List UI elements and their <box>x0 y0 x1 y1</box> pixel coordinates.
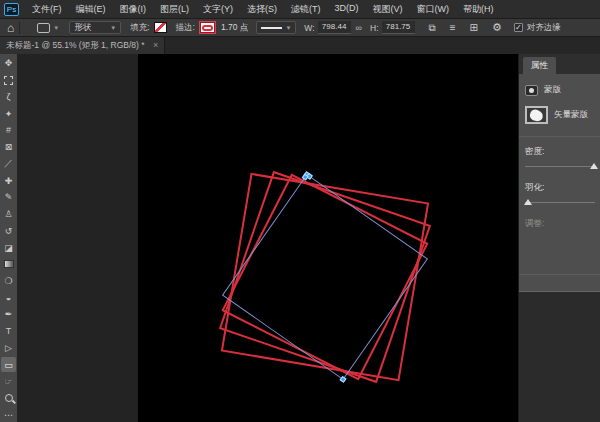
tool-eyedropper[interactable]: ／ <box>1 157 16 172</box>
close-icon[interactable]: × <box>153 40 158 50</box>
tool-clone-stamp[interactable]: ♙ <box>1 207 16 222</box>
tool-rectangle[interactable]: ▭ <box>1 357 16 372</box>
tool-zoom[interactable] <box>1 391 16 406</box>
stroke-swatch[interactable] <box>199 21 216 34</box>
properties-panel: 属性 蒙版 矢量蒙版 密度: 羽化: 调整: <box>518 54 600 422</box>
height-field[interactable]: 781.75 <box>382 21 415 34</box>
stroke-width-value[interactable]: 1.70 点 <box>221 22 248 34</box>
chevron-down-icon: ▼ <box>110 25 116 31</box>
vector-mask-thumbnail[interactable] <box>525 106 548 124</box>
align-edges-label: 对齐边缘 <box>527 22 561 34</box>
menu-item[interactable]: 图层(L) <box>153 3 196 16</box>
stroke-style-select[interactable]: ▼ <box>256 21 296 34</box>
fill-swatch[interactable] <box>154 22 167 33</box>
stroke-color-pill <box>202 25 213 31</box>
width-field[interactable]: 798.44 <box>318 21 351 34</box>
rectangle-tool-icon <box>37 23 50 33</box>
feather-label: 羽化: <box>525 182 544 194</box>
path-operations-icon[interactable]: ⧉ <box>429 22 436 34</box>
refine-label: 调整: <box>525 218 544 230</box>
properties-panel-body: 蒙版 矢量蒙版 密度: 羽化: 调整: <box>519 74 600 292</box>
zoom-icon <box>5 394 13 402</box>
menu-item[interactable]: 3D(D) <box>328 3 366 16</box>
menu-item[interactable]: 视图(V) <box>366 3 410 16</box>
mask-icon <box>525 85 538 96</box>
menu-item[interactable]: 文字(Y) <box>196 3 240 16</box>
menu-items: 文件(F)编辑(E)图像(I)图层(L)文字(Y)选择(S)滤镜(T)3D(D)… <box>25 3 501 16</box>
document-canvas[interactable] <box>138 54 518 422</box>
tool-mode-value: 形状 <box>74 22 91 34</box>
panel-tab-row: 属性 <box>519 54 600 74</box>
mask-shape-preview <box>529 108 545 122</box>
tool-path-select[interactable]: ▷ <box>1 341 16 356</box>
tool-healing[interactable]: ✚ <box>1 173 16 188</box>
menu-item[interactable]: 图像(I) <box>113 3 154 16</box>
align-edges-checkbox[interactable]: ✓ <box>514 23 523 32</box>
tool-blur[interactable]: ❍ <box>1 274 16 289</box>
tool-gradient[interactable] <box>1 257 16 272</box>
home-icon[interactable]: ⌂ <box>7 21 14 35</box>
tool-type[interactable]: T <box>1 324 16 339</box>
tool-marquee[interactable] <box>1 73 16 88</box>
tool-brush[interactable]: ✎ <box>1 190 16 205</box>
gradient-icon <box>4 260 14 268</box>
chevron-down-icon: ▼ <box>285 25 291 31</box>
density-label: 密度: <box>525 146 544 158</box>
solid-line-icon <box>261 27 282 29</box>
tool-more[interactable]: ⋯ <box>1 408 16 422</box>
menu-item[interactable]: 窗口(W) <box>410 3 457 16</box>
vector-mask-row[interactable]: 矢量蒙版 <box>525 106 588 124</box>
fill-label: 填充: <box>130 22 149 34</box>
tab-properties[interactable]: 属性 <box>523 57 556 74</box>
divider <box>519 274 600 275</box>
tool-eraser[interactable]: ◪ <box>1 240 16 255</box>
tool-quick-select[interactable]: ✦ <box>1 106 16 121</box>
menu-item[interactable]: 选择(S) <box>240 3 284 16</box>
document-tab-strip: 未标题-1 @ 55.1% (矩形 1, RGB/8) * × <box>0 37 600 54</box>
tools-panel: ✥ζ✦#⊠／✚✎♙↺◪❍◒✒T▷▭☞⋯ <box>0 54 17 422</box>
document-tab[interactable]: 未标题-1 @ 55.1% (矩形 1, RGB/8) * × <box>0 37 165 54</box>
menu-bar: Ps 文件(F)编辑(E)图像(I)图层(L)文字(Y)选择(S)滤镜(T)3D… <box>0 0 600 19</box>
menu-item[interactable]: 帮助(H) <box>456 3 501 16</box>
marquee-icon <box>4 76 13 85</box>
divider <box>19 22 20 34</box>
menu-item[interactable]: 滤镜(T) <box>284 3 328 16</box>
mask-header-row: 蒙版 <box>525 84 561 96</box>
tool-crop[interactable]: # <box>1 123 16 138</box>
tool-hand[interactable]: ☞ <box>1 374 16 389</box>
height-label: H: <box>370 23 379 33</box>
tool-pen[interactable]: ✒ <box>1 307 16 322</box>
path-alignment-icon[interactable]: ≡ <box>450 22 456 33</box>
tool-preset-picker[interactable]: ▼ <box>37 23 59 33</box>
chevron-down-icon: ▼ <box>53 25 59 31</box>
menu-item[interactable]: 编辑(E) <box>69 3 113 16</box>
link-dimensions-icon[interactable]: ∞ <box>356 23 362 33</box>
width-label: W: <box>304 23 314 33</box>
feather-slider[interactable] <box>525 202 595 203</box>
density-slider[interactable] <box>525 166 595 167</box>
path-anchor-point[interactable] <box>340 376 347 383</box>
document-tab-title: 未标题-1 @ 55.1% (矩形 1, RGB/8) * <box>6 40 145 50</box>
photoshop-window: Ps 文件(F)编辑(E)图像(I)图层(L)文字(Y)选择(S)滤镜(T)3D… <box>0 0 600 422</box>
gear-icon[interactable]: ⚙ <box>492 21 502 34</box>
divider <box>519 136 600 137</box>
path-arrangement-icon[interactable]: ⊞ <box>470 22 478 33</box>
mask-circle-icon <box>529 88 534 93</box>
ps-logo-icon: Ps <box>4 3 19 16</box>
stroke-label: 描边: <box>176 22 195 34</box>
tool-mode-select[interactable]: 形状 ▼ <box>69 21 121 34</box>
feather-slider-thumb[interactable] <box>524 199 532 205</box>
vector-mask-label: 矢量蒙版 <box>554 109 588 121</box>
tool-frame[interactable]: ⊠ <box>1 140 16 155</box>
density-slider-thumb[interactable] <box>590 163 598 169</box>
tool-history-brush[interactable]: ↺ <box>1 224 16 239</box>
options-bar: ⌂ ▼ 形状 ▼ 填充: 描边: 1.70 点 ▼ W: 798.44 ∞ H:… <box>0 19 600 37</box>
menu-item[interactable]: 文件(F) <box>25 3 69 16</box>
mask-header-label: 蒙版 <box>544 84 561 96</box>
tool-move[interactable]: ✥ <box>1 56 16 71</box>
tool-lasso[interactable]: ζ <box>1 90 16 105</box>
tool-dodge[interactable]: ◒ <box>1 290 16 305</box>
